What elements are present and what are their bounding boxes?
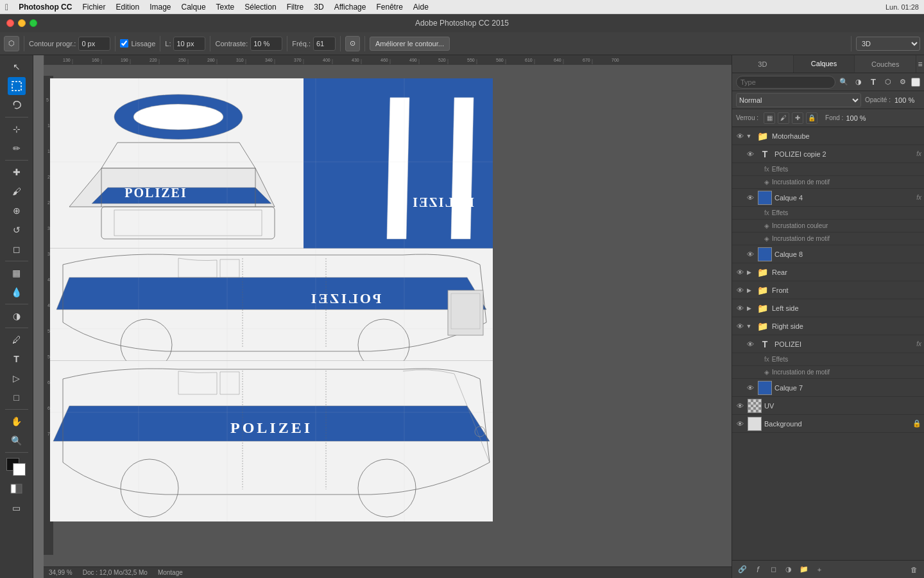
canvas-document[interactable]: POLIZEI xyxy=(50,78,493,521)
eye-calque8[interactable]: 👁 xyxy=(745,249,755,259)
freq-value[interactable] xyxy=(313,37,336,51)
add-mask-btn[interactable]: ◻ xyxy=(767,563,780,576)
lissage-checkbox[interactable] xyxy=(120,39,128,48)
contraste-value[interactable] xyxy=(250,37,282,51)
menu-fenetre[interactable]: Fenêtre xyxy=(376,3,402,12)
eye-background[interactable]: 👁 xyxy=(735,419,745,429)
layer-polizei-copie2[interactable]: 👁 T POLIZEI copie 2 fx xyxy=(732,145,924,163)
tab-calques[interactable]: Calques xyxy=(794,55,855,73)
contour-value[interactable] xyxy=(78,37,110,51)
expand-left-side[interactable]: ▶ xyxy=(745,304,753,312)
layer-rear[interactable]: 👁 ▶ 📁 Rear xyxy=(732,263,924,281)
menu-photoshop[interactable]: Photoshop CC xyxy=(19,3,72,12)
clone-tool[interactable]: ⊕ xyxy=(8,202,26,220)
new-adjustment-btn[interactable]: ◑ xyxy=(782,563,795,576)
eye-uv[interactable]: 👁 xyxy=(735,401,745,411)
menu-affichage[interactable]: Affichage xyxy=(334,3,366,12)
lock-position-btn[interactable]: ✚ xyxy=(792,112,803,124)
smart-filter-btn[interactable]: ⚙ xyxy=(896,76,909,89)
menu-filtre[interactable]: Filtre xyxy=(287,3,304,12)
eye-left-side[interactable]: 👁 xyxy=(735,303,745,313)
eye-front[interactable]: 👁 xyxy=(735,285,745,295)
eye-calque4[interactable]: 👁 xyxy=(745,193,755,203)
layer-incrustcouleur-c4[interactable]: ◈ Incrustation couleur xyxy=(732,220,924,232)
eye-right-side[interactable]: 👁 xyxy=(735,321,745,331)
layers-list[interactable]: 👁 ▼ 📁 Motorhaube 👁 T POLIZEI copie 2 fx … xyxy=(732,127,924,560)
mode-select[interactable]: 3D xyxy=(856,37,920,51)
quick-mask-tool[interactable] xyxy=(8,480,26,498)
layer-uv[interactable]: 👁 UV xyxy=(732,397,924,415)
tool-icon[interactable]: ⬡ xyxy=(4,36,19,51)
layer-calque4[interactable]: 👁 Calque 4 fx xyxy=(732,189,924,207)
blend-mode-select[interactable]: Normal xyxy=(736,93,861,107)
menu-image[interactable]: Image xyxy=(150,3,171,12)
canvas-content[interactable]: 5 10 15 20 25 30 35 40 45 50 55 60 xyxy=(44,66,732,566)
expand-motorhaube[interactable]: ▼ xyxy=(745,132,753,140)
menu-aide[interactable]: Aide xyxy=(413,3,429,12)
style-btn[interactable]: ⊙ xyxy=(345,36,360,51)
close-button[interactable] xyxy=(6,19,14,27)
lock-paint-btn[interactable]: 🖌 xyxy=(778,112,789,124)
new-group-btn[interactable]: 📁 xyxy=(798,563,810,576)
eye-polizei-copie2[interactable]: 👁 xyxy=(745,149,755,159)
crop-tool[interactable]: ⊹ xyxy=(8,120,26,138)
eye-calque7[interactable]: 👁 xyxy=(745,383,755,393)
lock-transparent-btn[interactable]: ▦ xyxy=(764,112,775,124)
hand-tool[interactable]: ✋ xyxy=(8,412,26,430)
move-tool[interactable]: ↖ xyxy=(8,58,26,76)
layer-right-side[interactable]: 👁 ▼ 📁 Right side xyxy=(732,317,924,335)
menu-selection[interactable]: Sélection xyxy=(244,3,276,12)
new-layer-btn[interactable]: + xyxy=(813,563,826,576)
delete-layer-btn[interactable]: 🗑 xyxy=(907,563,920,576)
eyedropper-tool[interactable]: ✏ xyxy=(8,139,26,157)
zoom-tool[interactable]: 🔍 xyxy=(8,432,26,450)
apple-menu[interactable]:  xyxy=(5,2,8,12)
eye-motorhaube[interactable]: 👁 xyxy=(735,131,745,141)
history-tool[interactable]: ↺ xyxy=(8,221,26,239)
text-filter-btn[interactable]: T xyxy=(867,76,880,89)
layer-incrustmotif-p[interactable]: ◈ Incrustation de motif xyxy=(732,366,924,379)
color-filter-btn[interactable] xyxy=(911,78,920,87)
layer-left-side[interactable]: 👁 ▶ 📁 Left side xyxy=(732,299,924,317)
layer-incrustmotif-c4[interactable]: ◈ Incrustation de motif xyxy=(732,232,924,245)
gradient-tool[interactable]: ▦ xyxy=(8,264,26,282)
layer-effets-pc2[interactable]: fx Effets xyxy=(732,163,924,176)
heal-tool[interactable]: ✚ xyxy=(8,163,26,181)
pen-tool[interactable]: 🖊 xyxy=(8,331,26,349)
blur-tool[interactable]: 💧 xyxy=(8,283,26,301)
maximize-button[interactable] xyxy=(30,19,37,27)
layer-motorhaube[interactable]: 👁 ▼ 📁 Motorhaube xyxy=(732,127,924,145)
screen-mode-tool[interactable]: ▭ xyxy=(8,499,26,517)
layer-front[interactable]: 👁 ▶ 📁 Front xyxy=(732,281,924,299)
ameliorer-button[interactable]: Améliorer le contour... xyxy=(370,37,450,51)
menu-texte[interactable]: Texte xyxy=(216,3,235,12)
lock-all-btn[interactable]: 🔒 xyxy=(806,112,817,124)
background-color[interactable] xyxy=(13,463,26,476)
expand-rear[interactable]: ▶ xyxy=(745,268,753,276)
layer-effets-p[interactable]: fx Effets xyxy=(732,353,924,366)
select-tool[interactable] xyxy=(8,77,26,95)
text-tool[interactable]: T xyxy=(8,350,26,368)
dodge-tool[interactable]: ◑ xyxy=(8,307,26,325)
menu-fichier[interactable]: Fichier xyxy=(82,3,105,12)
eye-rear[interactable]: 👁 xyxy=(735,267,745,277)
layer-incrustmotif-pc2[interactable]: ◈ Incrustation de motif xyxy=(732,176,924,189)
panel-options-btn[interactable]: ≡ xyxy=(916,55,924,73)
menu-3d[interactable]: 3D xyxy=(314,3,323,12)
path-select-tool[interactable]: ▷ xyxy=(8,369,26,387)
expand-front[interactable]: ▶ xyxy=(745,286,753,294)
eye-polizei[interactable]: 👁 xyxy=(745,339,755,349)
canvas-area[interactable]: × Lack.psd @ 35% (RVB/8) * 130 160 190 2… xyxy=(33,55,732,578)
expand-right-side[interactable]: ▼ xyxy=(745,322,753,330)
layer-polizei[interactable]: 👁 T POLIZEI fx xyxy=(732,335,924,353)
shape-tool[interactable]: □ xyxy=(8,389,26,407)
menu-calque[interactable]: Calque xyxy=(182,3,206,12)
tab-3d[interactable]: 3D xyxy=(732,55,794,73)
layer-effets-c4[interactable]: fx Effets xyxy=(732,207,924,220)
tab-couches[interactable]: Couches xyxy=(855,55,916,73)
add-style-btn[interactable]: f xyxy=(751,563,764,576)
menu-edition[interactable]: Edition xyxy=(116,3,139,12)
lasso-tool[interactable] xyxy=(8,96,26,114)
layer-calque8[interactable]: 👁 Calque 8 xyxy=(732,245,924,263)
eraser-tool[interactable]: ◻ xyxy=(8,240,26,258)
